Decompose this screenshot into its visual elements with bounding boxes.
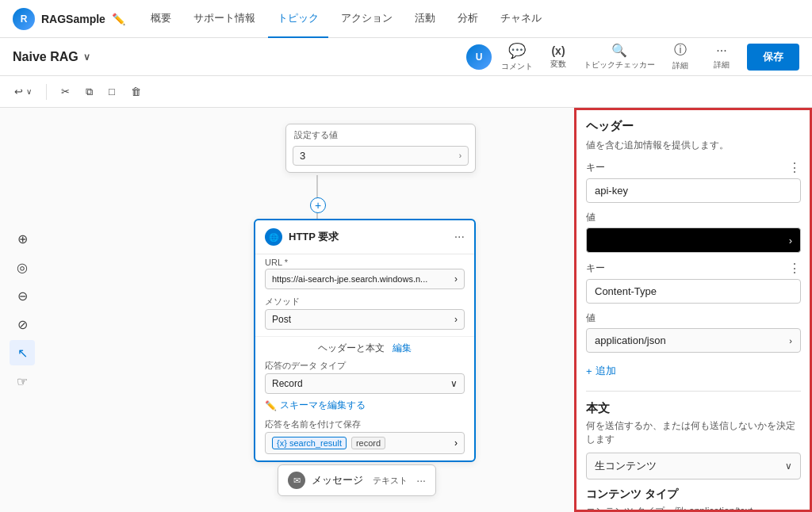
key2-more-button[interactable]: ⋮ bbox=[788, 261, 801, 276]
page-title-chevron: ∨ bbox=[83, 52, 90, 63]
content-type-title: コンテンツ タイプ bbox=[586, 487, 801, 502]
key1-input[interactable] bbox=[586, 178, 801, 203]
panel-divider-1 bbox=[586, 391, 801, 392]
detail1-button[interactable]: ⓘ 詳細 bbox=[665, 42, 696, 71]
schema-icon: ✏️ bbox=[265, 400, 277, 411]
content-type-section: コンテンツ タイプ コンテンツ タイプ。例: application/text。… bbox=[586, 487, 801, 512]
save-button[interactable]: 保存 bbox=[747, 44, 799, 71]
left-tools: ⊕ ◎ ⊖ ⊘ ↖ ☞ bbox=[10, 226, 35, 394]
set-value-row[interactable]: 3 › bbox=[293, 146, 469, 166]
focus-button[interactable]: ◎ bbox=[10, 254, 35, 280]
body-value-select[interactable]: 生コンテンツ ∨ bbox=[586, 453, 801, 480]
message-icon: ✉ bbox=[288, 472, 305, 489]
tab-topic[interactable]: トピック bbox=[268, 0, 328, 38]
save-name-section: 応答を名前を付けて保存 {x} search_result record › bbox=[255, 415, 474, 460]
message-type: テキスト bbox=[373, 475, 408, 487]
value2-label-row: 値 bbox=[586, 311, 801, 325]
nav-tabs: 概要 サポート情報 トピック アクション 活動 分析 チャネル bbox=[141, 0, 799, 38]
value1-redacted-text bbox=[595, 234, 722, 246]
value1-label-row: 値 bbox=[586, 211, 801, 224]
variable-icon: (x) bbox=[551, 44, 565, 57]
undo-button[interactable]: ↩ ∨ bbox=[10, 82, 36, 101]
tab-activity[interactable]: 活動 bbox=[405, 0, 445, 38]
cut-icon: ✂ bbox=[61, 86, 70, 97]
topic-checker-label: トピックチェッカー bbox=[584, 59, 655, 71]
set-value-text: 3 bbox=[300, 150, 305, 162]
save-name-value[interactable]: {x} search_result record › bbox=[265, 432, 465, 454]
value1-redacted[interactable]: › bbox=[586, 227, 801, 253]
schema-edit-link[interactable]: ✏️ スキーマを編集する bbox=[255, 395, 474, 415]
flow-area: 設定する値 3 › + 🌐 HTTP 要求 ··· bbox=[48, 108, 574, 512]
disable-button[interactable]: ⊘ bbox=[10, 311, 35, 337]
http-url-chevron: › bbox=[454, 273, 458, 285]
http-response-select[interactable]: Record ∨ bbox=[265, 373, 465, 394]
tab-channel[interactable]: チャネル bbox=[491, 0, 551, 38]
zoom-out-button[interactable]: ⊖ bbox=[10, 283, 35, 308]
schema-link-text: スキーマを編集する bbox=[280, 399, 366, 412]
http-method-value[interactable]: Post › bbox=[265, 309, 465, 330]
content-type-desc: コンテンツ タイプ。例: application/text。 bbox=[586, 505, 801, 512]
delete-button[interactable]: 🗑 bbox=[126, 82, 146, 101]
detail2-label: 詳細 bbox=[714, 59, 730, 71]
undo-icon: ↩ bbox=[14, 86, 23, 97]
save-chevron: › bbox=[454, 437, 458, 449]
page-title-area[interactable]: Naive RAG ∨ bbox=[13, 50, 90, 64]
add-icon: + bbox=[586, 365, 592, 377]
detail1-label: 詳細 bbox=[672, 60, 688, 71]
plus-connector-1[interactable]: + bbox=[310, 197, 326, 213]
add-label: 追加 bbox=[596, 364, 616, 378]
key2-label-row: キー ⋮ bbox=[586, 261, 801, 276]
body-section-title: 本文 bbox=[586, 401, 801, 416]
http-response-label: 応答のデータ タイプ bbox=[265, 360, 465, 372]
key2-label: キー bbox=[586, 262, 605, 275]
page-title: Naive RAG bbox=[13, 50, 79, 64]
tab-analysis[interactable]: 分析 bbox=[448, 0, 488, 38]
cut-button[interactable]: ✂ bbox=[56, 82, 75, 101]
body-value-text: 生コンテンツ bbox=[595, 459, 657, 473]
http-more-button[interactable]: ··· bbox=[454, 230, 465, 244]
value2-row[interactable]: application/json › bbox=[586, 328, 801, 353]
http-url-value[interactable]: https://ai-search-jpe.search.windows.n..… bbox=[265, 269, 465, 289]
value2-text: application/json bbox=[595, 334, 666, 346]
pointer-tool-button[interactable]: ↖ bbox=[10, 340, 35, 365]
paste-icon: □ bbox=[109, 86, 115, 97]
hand-tool-button[interactable]: ☞ bbox=[10, 369, 35, 394]
more-icon: ··· bbox=[716, 44, 726, 58]
copy-icon: ⧉ bbox=[86, 86, 93, 98]
add-header-button[interactable]: + 追加 bbox=[586, 361, 801, 381]
message-more-button[interactable]: ··· bbox=[416, 474, 426, 487]
zoom-in-button[interactable]: ⊕ bbox=[10, 226, 35, 251]
info-icon: ⓘ bbox=[674, 42, 687, 59]
body-chevron: ∨ bbox=[785, 460, 792, 472]
variable-label: 変数 bbox=[550, 59, 566, 70]
delete-icon: 🗑 bbox=[131, 86, 141, 97]
avatar[interactable]: U bbox=[466, 44, 492, 70]
tab-overview[interactable]: 概要 bbox=[141, 0, 181, 38]
toolbar-right: U 💬 コメント (x) 変数 🔍 トピックチェッカー ⓘ 詳細 ··· 詳細 … bbox=[466, 42, 799, 72]
http-url-field: URL * https://ai-search-jpe.search.windo… bbox=[255, 254, 474, 292]
tab-action[interactable]: アクション bbox=[331, 0, 402, 38]
save-name-label: 応答を名前を付けて保存 bbox=[265, 418, 465, 430]
header-section-title: ヘッダー bbox=[586, 119, 801, 134]
http-response-chevron: ∨ bbox=[450, 378, 458, 389]
canvas[interactable]: ⊕ ◎ ⊖ ⊘ ↖ ☞ 設定する値 3 › bbox=[0, 108, 574, 512]
http-edit-button[interactable]: 編集 bbox=[393, 342, 412, 353]
message-node: ✉ メッセージ テキスト ··· bbox=[278, 464, 436, 496]
brand-icon: R bbox=[13, 8, 35, 30]
copy-button[interactable]: ⧉ bbox=[81, 82, 98, 101]
paste-button[interactable]: □ bbox=[104, 82, 120, 101]
key2-input[interactable] bbox=[586, 279, 801, 304]
header-section-desc: 値を含む追加情報を提供します。 bbox=[586, 139, 801, 152]
brand-edit-icon[interactable]: ✏️ bbox=[112, 13, 125, 25]
key1-more-button[interactable]: ⋮ bbox=[788, 160, 801, 175]
variable-button[interactable]: (x) 変数 bbox=[542, 44, 574, 70]
edit-bar: ↩ ∨ ✂ ⧉ □ 🗑 bbox=[0, 76, 812, 108]
comment-button[interactable]: 💬 コメント bbox=[501, 42, 533, 72]
tab-support[interactable]: サポート情報 bbox=[184, 0, 265, 38]
topic-checker-button[interactable]: 🔍 トピックチェッカー bbox=[584, 43, 655, 71]
comment-icon: 💬 bbox=[508, 42, 526, 59]
http-method-label: メソッド bbox=[265, 296, 465, 308]
key1-label-row: キー ⋮ bbox=[586, 160, 801, 175]
detail2-button[interactable]: ··· 詳細 bbox=[706, 44, 737, 71]
body-section-desc: 何を送信するか、または何も送信しないかを決定します bbox=[586, 419, 801, 446]
